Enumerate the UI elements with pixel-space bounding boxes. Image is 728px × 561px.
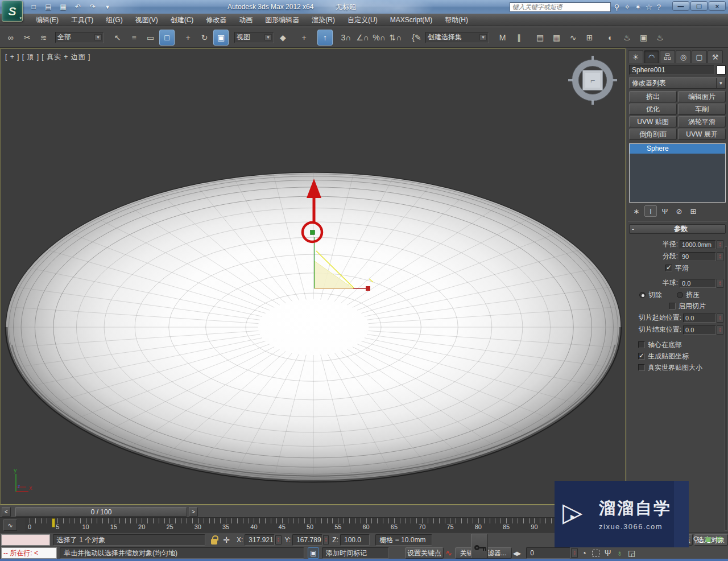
percent-snap-toggle[interactable]: %∩ [371, 30, 387, 46]
slice-from-spinner[interactable]: ▲▼ [717, 314, 723, 323]
select-by-name[interactable]: ≡ [126, 30, 142, 46]
chop-radio[interactable] [639, 292, 646, 298]
menu-item[interactable]: 自定义(U) [341, 14, 384, 26]
communication-center-icon[interactable]: ✶ [635, 3, 641, 11]
save-file-icon[interactable]: ▦ [57, 2, 69, 12]
viewport-top[interactable]: [ + ] [ 顶 ] [ 真实 + 边面 ] [0, 48, 626, 505]
use-pivot-point-center[interactable]: ◆ [275, 30, 291, 46]
edit-named-selection-sets[interactable]: {✎ [409, 30, 424, 46]
keyboard-shortcut-override[interactable]: ↑ [317, 30, 333, 46]
selection-lock-icon[interactable] [211, 539, 217, 544]
track-bar[interactable]: ∿ 051015202530354045505560657075808590 [0, 517, 627, 532]
parameters-rollout-header[interactable]: - 参数 [629, 224, 726, 234]
unlink-selection[interactable]: ✂ [19, 30, 35, 46]
open-file-icon[interactable]: ▤ [42, 2, 55, 12]
select-and-move[interactable]: + [180, 30, 196, 46]
subscription-key-icon[interactable]: ✧ [624, 3, 630, 11]
named-selection-dropdown[interactable]: 创建选择集 [425, 30, 489, 46]
select-and-link[interactable]: ∞ [3, 30, 18, 46]
radius-spinner[interactable]: ▲▼ [717, 240, 723, 249]
squash-radio[interactable] [677, 292, 683, 298]
redo-icon[interactable]: ↷ [86, 2, 99, 12]
tab-display[interactable]: ▢ [692, 50, 707, 63]
window-crossing-toggle[interactable]: □ [159, 30, 175, 46]
open-mini-curve-editor-button[interactable]: ∿ [3, 519, 17, 531]
gizmo-y-handle[interactable] [311, 230, 315, 235]
menu-item[interactable]: 组(G) [100, 14, 129, 26]
current-frame-field[interactable]: 0 [526, 547, 570, 559]
schematic-view[interactable]: ⊞ [582, 30, 597, 46]
smooth-checkbox[interactable] [665, 265, 672, 271]
menu-item[interactable]: 编辑(E) [30, 14, 65, 26]
spinner-snap-toggle[interactable]: ⇅∩ [388, 30, 403, 46]
selection-filter-dropdown[interactable]: 全部 [55, 30, 104, 46]
orbit-icon[interactable]: ♁ [614, 547, 626, 559]
remove-modifier-icon[interactable]: ⊘ [673, 205, 685, 217]
application-menu-button[interactable]: S ▾ [2, 1, 23, 22]
isolate-selection-icon[interactable]: ▣ [308, 547, 319, 559]
menu-item[interactable]: 图形编辑器 [259, 14, 305, 26]
time-slider-prev-button[interactable]: < [2, 507, 11, 517]
select-and-scale[interactable]: ▣ [213, 30, 229, 46]
modifier-button[interactable]: UVW 展开 [678, 129, 726, 140]
maximize-viewport-toggle-icon[interactable]: ◲ [626, 547, 638, 559]
viewcube-top-face[interactable]: ⌐ [582, 70, 603, 90]
modifier-button[interactable]: 倒角剖面 [629, 129, 677, 140]
make-unique-icon[interactable]: Ψ [659, 205, 671, 217]
segments-field[interactable]: 90 [680, 252, 716, 261]
search-icon[interactable]: ⚲ [614, 3, 620, 11]
viewport-label[interactable]: [ + ] [ 顶 ] [ 真实 + 边面 ] [5, 52, 90, 62]
stack-item[interactable]: Sphere [630, 144, 725, 154]
enable-slice-checkbox[interactable] [669, 303, 676, 310]
set-key-mode-icon[interactable]: ∿ [445, 548, 452, 558]
y-coordinate-field[interactable]: 167.789 [292, 534, 322, 546]
set-key-button[interactable]: 设置关键点 [405, 547, 444, 559]
minimize-button[interactable]: — [672, 1, 689, 11]
search-input[interactable] [510, 2, 611, 12]
z-coordinate-field[interactable]: 100.0 [340, 534, 370, 546]
gizmo-x-handle[interactable] [366, 286, 370, 291]
menu-item[interactable]: 创建(C) [164, 14, 200, 26]
real-world-map-checkbox[interactable] [638, 364, 645, 371]
select-and-manipulate[interactable]: + [296, 30, 312, 46]
render-setup[interactable]: ♨ [619, 30, 635, 46]
menu-item[interactable]: 工具(T) [65, 14, 100, 26]
undo-icon[interactable]: ↶ [72, 2, 84, 12]
angle-snap-toggle[interactable]: ∠∩ [355, 30, 370, 46]
current-frame-marker[interactable] [52, 518, 55, 527]
time-configuration-icon[interactable]: ◔ [578, 547, 590, 559]
modifier-button[interactable]: 车削 [678, 104, 726, 115]
slice-to-spinner[interactable]: ▲▼ [717, 325, 723, 335]
mirror[interactable]: M [495, 30, 510, 46]
close-button[interactable]: × [709, 1, 726, 11]
snaps-toggle-3d[interactable]: 3∩ [338, 30, 354, 46]
layer-explorer[interactable]: ▤ [532, 30, 548, 46]
maximize-button[interactable]: ▢ [690, 1, 708, 11]
modifier-button[interactable]: 编辑面片 [678, 91, 726, 102]
gen-mapping-coords-checkbox[interactable] [638, 353, 645, 360]
pin-stack-icon[interactable]: ∗ [630, 205, 643, 217]
maxscript-mini-listener-line[interactable]: -- 所在行: < [1, 547, 57, 559]
time-slider-handle[interactable]: 0 / 100 [15, 507, 187, 517]
viewcube[interactable]: ⌐ [569, 57, 616, 104]
help-icon[interactable]: ? [657, 3, 661, 11]
modifier-button[interactable]: 挤出 [629, 91, 677, 102]
zoom-region-icon[interactable] [590, 547, 602, 559]
curve-editor[interactable]: ∿ [565, 30, 581, 46]
slice-to-field[interactable]: 0.0 [683, 325, 716, 335]
hemisphere-field[interactable]: 0.0 [680, 279, 716, 288]
tab-modify[interactable]: ◠ [644, 50, 659, 63]
zoom-icon[interactable]: ⚲ [690, 534, 702, 545]
object-color-swatch[interactable] [717, 65, 726, 75]
rendered-frame-window[interactable]: ▣ [636, 30, 651, 46]
modifier-stack[interactable]: Sphere [629, 143, 726, 203]
slice-from-field[interactable]: 0.0 [683, 314, 716, 323]
bind-to-space-warp[interactable]: ≋ [36, 30, 51, 46]
zoom-extents-icon[interactable]: ▣ [702, 534, 714, 545]
object-name-field[interactable]: Sphere001 [629, 65, 714, 75]
reference-coordinate-dropdown[interactable]: 视图 [234, 30, 274, 46]
material-editor[interactable]: ◐ [603, 30, 618, 46]
select-object[interactable]: ↖ [110, 30, 125, 46]
configure-modifier-sets-icon[interactable]: ⊞ [687, 205, 700, 217]
segments-spinner[interactable]: ▲▼ [717, 252, 723, 261]
